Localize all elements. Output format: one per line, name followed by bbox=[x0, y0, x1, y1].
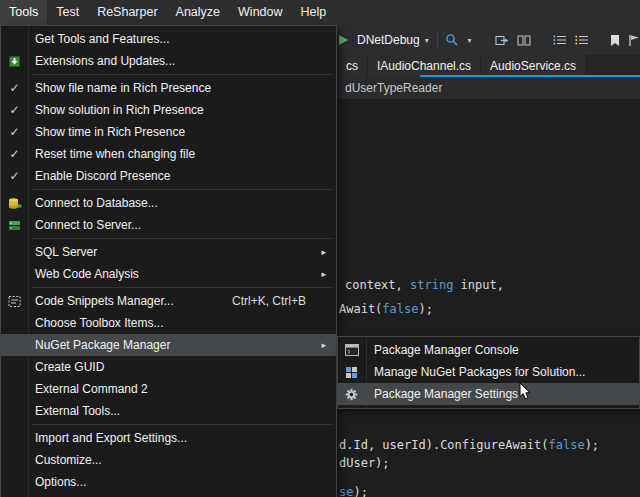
menu-item-enable-discord-presence[interactable]: ✓ Enable Discord Presence bbox=[1, 165, 336, 187]
menu-item-label: SQL Server bbox=[35, 245, 97, 259]
flag-icon[interactable] bbox=[628, 34, 640, 47]
menu-item-connect-to-server[interactable]: Connect to Server... bbox=[1, 214, 336, 236]
menu-item-extensions-and-updates[interactable]: Extensions and Updates... bbox=[1, 50, 336, 72]
tab-audioservice[interactable]: AudioService.cs bbox=[481, 55, 585, 77]
menu-item-code-snippets-manager[interactable]: Code Snippets Manager... Ctrl+K, Ctrl+B bbox=[1, 290, 336, 312]
member-dropdown[interactable]: dUserTypeReader bbox=[345, 81, 442, 95]
columns-icon[interactable] bbox=[517, 34, 531, 47]
menu-item-label: Package Manager Settings bbox=[374, 387, 518, 401]
menubar-item-tools[interactable]: Tools bbox=[0, 0, 47, 25]
menu-item-external-command-2[interactable]: External Command 2 bbox=[1, 378, 336, 400]
menubar: Tools Test ReSharper Analyze Window Help bbox=[0, 0, 640, 25]
menu-item-label: Get Tools and Features... bbox=[35, 32, 170, 46]
bookmark-icon[interactable] bbox=[610, 34, 620, 47]
menu-item-choose-toolbox-items[interactable]: Choose Toolbox Items... bbox=[1, 312, 336, 334]
nuget-submenu: Package Manager Console Manage NuGet Pac… bbox=[337, 336, 640, 409]
menu-item-label: Choose Toolbox Items... bbox=[35, 316, 164, 330]
extensions-icon bbox=[1, 50, 28, 72]
submenu-item-manage-nuget-packages-for-solution[interactable]: Manage NuGet Packages for Solution... bbox=[338, 361, 639, 383]
debug-profile-dropdown[interactable]: DNetDebug ▾ bbox=[357, 33, 429, 47]
menu-separator bbox=[32, 424, 333, 425]
snippets-icon bbox=[1, 290, 28, 312]
chevron-down-icon[interactable]: ▾ bbox=[467, 36, 471, 45]
menu-item-sql-server[interactable]: SQL Server ▸ bbox=[1, 241, 336, 263]
menu-item-label: Create GUID bbox=[35, 360, 104, 374]
menu-separator bbox=[32, 189, 333, 190]
visual-studio-window: Tools Test ReSharper Analyze Window Help… bbox=[0, 0, 640, 497]
menu-separator bbox=[32, 287, 333, 288]
menu-separator bbox=[32, 74, 333, 75]
menu-item-show-file-name-in-rich-presence[interactable]: ✓ Show file name in Rich Presence bbox=[1, 77, 336, 99]
code-line: dUser); bbox=[339, 456, 390, 470]
menu-item-show-solution-in-rich-presence[interactable]: ✓ Show solution in Rich Presence bbox=[1, 99, 336, 121]
menu-separator bbox=[32, 238, 333, 239]
menubar-item-resharper[interactable]: ReSharper bbox=[88, 0, 166, 25]
menu-item-label: Connect to Server... bbox=[35, 218, 141, 232]
debug-profile-label: DNetDebug bbox=[357, 33, 420, 47]
toolbar-separator bbox=[437, 32, 438, 48]
tab-iaudiochannel[interactable]: IAudioChannel.cs bbox=[368, 55, 480, 77]
checkmark-icon: ✓ bbox=[1, 143, 28, 165]
code-line: Await(false); bbox=[339, 302, 433, 316]
menu-item-label: Package Manager Console bbox=[374, 343, 519, 357]
menu-item-reset-time-when-changing-file[interactable]: ✓ Reset time when changing file bbox=[1, 143, 336, 165]
submenu-item-package-manager-console[interactable]: Package Manager Console bbox=[338, 339, 639, 361]
menu-item-options[interactable]: Options... bbox=[1, 471, 336, 493]
start-debug-icon[interactable] bbox=[338, 34, 349, 46]
menu-item-external-tools[interactable]: External Tools... bbox=[1, 400, 336, 422]
menu-item-connect-to-database[interactable]: Connect to Database... bbox=[1, 192, 336, 214]
menu-item-label: Code Snippets Manager... bbox=[35, 294, 174, 308]
database-icon bbox=[1, 192, 28, 214]
line-list-icon[interactable] bbox=[553, 34, 567, 46]
menu-item-label: Enable Discord Presence bbox=[35, 169, 170, 183]
code-line: se); bbox=[339, 485, 368, 497]
menu-item-label: Show file name in Rich Presence bbox=[35, 81, 211, 95]
search-icon[interactable] bbox=[445, 33, 459, 47]
submenu-arrow-icon: ▸ bbox=[321, 269, 326, 279]
menu-item-label: External Command 2 bbox=[35, 382, 148, 396]
checkmark-icon: ✓ bbox=[1, 77, 28, 99]
menu-item-label: Connect to Database... bbox=[35, 196, 158, 210]
menu-item-show-time-in-rich-presence[interactable]: ✓ Show time in Rich Presence bbox=[1, 121, 336, 143]
menu-item-nuget-package-manager[interactable]: NuGet Package Manager ▸ bbox=[1, 334, 336, 356]
menu-item-label: External Tools... bbox=[35, 404, 120, 418]
submenu-arrow-icon: ▸ bbox=[321, 340, 326, 350]
menu-item-create-guid[interactable]: Create GUID bbox=[1, 356, 336, 378]
checkmark-icon: ✓ bbox=[1, 99, 28, 121]
console-icon bbox=[338, 339, 365, 361]
chevron-down-icon: ▾ bbox=[425, 36, 429, 45]
menubar-item-test[interactable]: Test bbox=[47, 0, 88, 25]
numbered-list-icon[interactable] bbox=[575, 34, 589, 46]
tab-partial[interactable]: cs bbox=[337, 55, 367, 77]
checkmark-icon: ✓ bbox=[1, 165, 28, 187]
submenu-item-package-manager-settings[interactable]: Package Manager Settings bbox=[338, 383, 639, 405]
menu-item-label: Show solution in Rich Presence bbox=[35, 103, 204, 117]
box-arrow-icon[interactable] bbox=[495, 34, 509, 47]
menu-item-label: Manage NuGet Packages for Solution... bbox=[374, 365, 585, 379]
menu-item-label: Customize... bbox=[35, 453, 102, 467]
code-line: d.Id, userId).ConfigureAwait(false); bbox=[339, 438, 599, 452]
menu-item-label: Reset time when changing file bbox=[35, 147, 195, 161]
menubar-item-window[interactable]: Window bbox=[229, 0, 291, 25]
checkmark-icon: ✓ bbox=[1, 121, 28, 143]
menu-item-import-and-export-settings[interactable]: Import and Export Settings... bbox=[1, 427, 336, 449]
menu-item-shortcut: Ctrl+K, Ctrl+B bbox=[232, 294, 306, 308]
tools-menu: Get Tools and Features... Extensions and… bbox=[0, 25, 337, 497]
gear-icon bbox=[338, 383, 365, 405]
menu-item-label: Extensions and Updates... bbox=[35, 54, 175, 68]
packages-icon bbox=[338, 361, 365, 383]
menu-item-label: Options... bbox=[35, 475, 86, 489]
menu-item-get-tools-and-features[interactable]: Get Tools and Features... bbox=[1, 28, 336, 50]
menubar-item-help[interactable]: Help bbox=[292, 0, 336, 25]
menu-item-label: Import and Export Settings... bbox=[35, 431, 187, 445]
server-icon bbox=[1, 214, 28, 236]
menu-item-customize[interactable]: Customize... bbox=[1, 449, 336, 471]
menu-item-web-code-analysis[interactable]: Web Code Analysis ▸ bbox=[1, 263, 336, 285]
submenu-arrow-icon: ▸ bbox=[321, 247, 326, 257]
code-line: context, string input, bbox=[345, 278, 504, 292]
menu-item-label: NuGet Package Manager bbox=[35, 338, 170, 352]
menubar-item-analyze[interactable]: Analyze bbox=[167, 0, 229, 25]
menu-item-label: Show time in Rich Presence bbox=[35, 125, 185, 139]
menu-item-label: Web Code Analysis bbox=[35, 267, 139, 281]
